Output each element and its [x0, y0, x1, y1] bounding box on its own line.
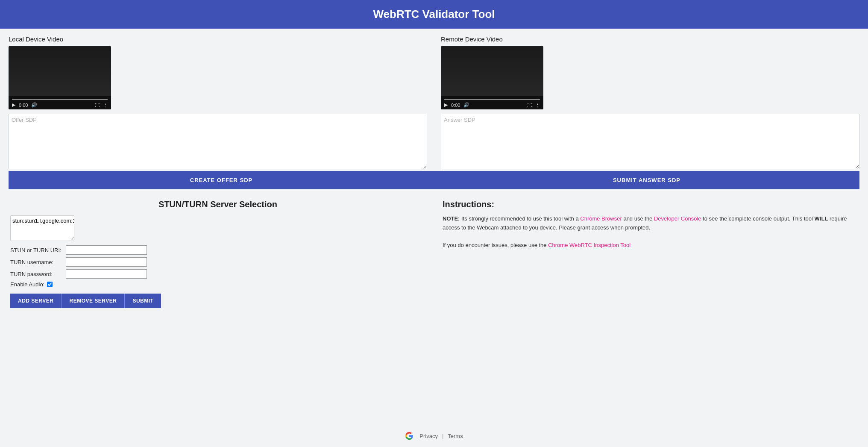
google-icon [405, 432, 413, 440]
instructions-title: Instructions: [443, 200, 858, 209]
will-text: WILL [815, 215, 828, 222]
remote-video-label: Remote Device Video [441, 35, 859, 43]
answer-sdp-textarea[interactable] [441, 114, 859, 169]
local-more-icon[interactable]: ⋮ [103, 102, 108, 108]
add-server-button[interactable]: ADD SERVER [10, 294, 61, 308]
remote-play-icon[interactable]: ▶ [444, 102, 448, 108]
remote-volume-icon[interactable]: 🔊 [463, 102, 469, 108]
and-text: and use the [622, 215, 654, 222]
stun-uri-label: STUN or TURN URI: [10, 247, 66, 253]
dev-console-link[interactable]: Developer Console [654, 215, 701, 222]
local-volume-icon[interactable]: 🔊 [31, 102, 37, 108]
footer-divider: | [442, 433, 443, 439]
create-offer-button[interactable]: CREATE OFFER SDP [9, 171, 434, 189]
inspection-link[interactable]: Chrome WebRTC Inspection Tool [548, 242, 630, 248]
remote-video: ▶ 0:00 🔊 ⛶ ⋮ [441, 46, 543, 109]
stun-uri-input[interactable] [66, 245, 147, 255]
page-header: WebRTC Validator Tool [0, 0, 868, 29]
stun-server-list[interactable]: stun:stun1.l.google.com:19302 [10, 215, 74, 241]
enable-audio-label: Enable Audio: [10, 281, 44, 288]
enable-audio-checkbox[interactable] [47, 282, 53, 287]
turn-username-input[interactable] [66, 257, 147, 267]
instructions-body: NOTE: Its strongly recommended to use th… [443, 215, 858, 250]
offer-sdp-textarea[interactable] [9, 114, 427, 169]
rest-text: to see the complete console output. This… [701, 215, 815, 222]
local-play-icon[interactable]: ▶ [12, 102, 15, 108]
privacy-link[interactable]: Privacy [419, 433, 438, 439]
remote-video-progress[interactable] [444, 99, 540, 100]
terms-link[interactable]: Terms [448, 433, 463, 439]
note-label: NOTE: [443, 215, 460, 222]
remote-fullscreen-icon[interactable]: ⛶ [527, 103, 532, 108]
chrome-browser-link[interactable]: Chrome Browser [580, 215, 622, 222]
local-video-progress[interactable] [12, 99, 108, 100]
submit-answer-button[interactable]: SUBMIT ANSWER SDP [434, 171, 859, 189]
encounter-text: If you do encounter issues, please use t… [443, 242, 548, 248]
local-video: ▶ 0:00 🔊 ⛶ ⋮ [9, 46, 111, 109]
page-title: WebRTC Validator Tool [373, 8, 495, 21]
local-video-time: 0:00 [19, 103, 28, 108]
stun-server-option[interactable]: stun:stun1.l.google.com:19302 [12, 218, 72, 224]
turn-password-input[interactable] [66, 269, 147, 279]
remote-video-time: 0:00 [451, 103, 460, 108]
remote-more-icon[interactable]: ⋮ [535, 102, 540, 108]
turn-password-label: TURN password: [10, 271, 66, 277]
local-video-label: Local Device Video [9, 35, 427, 43]
turn-username-label: TURN username: [10, 259, 66, 265]
submit-button[interactable]: SUBMIT [124, 294, 161, 308]
stun-section-title: STUN/TURN Server Selection [10, 200, 425, 209]
remove-server-button[interactable]: REMOVE SERVER [61, 294, 124, 308]
footer: Privacy | Terms [0, 425, 868, 447]
note-text: Its strongly recommended to use this too… [460, 215, 580, 222]
local-fullscreen-icon[interactable]: ⛶ [95, 103, 100, 108]
